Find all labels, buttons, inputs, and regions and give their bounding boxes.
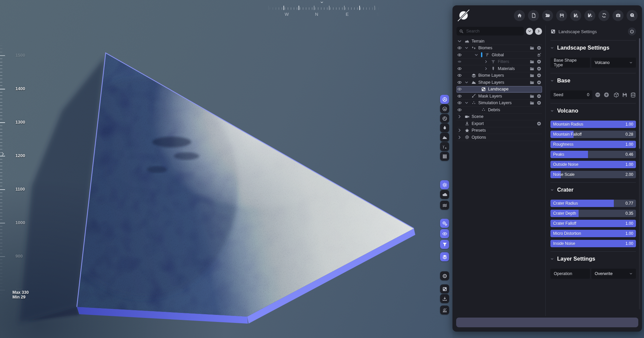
filter-tool-button[interactable]	[440, 240, 449, 249]
compass-bar[interactable]: W N E S	[267, 1, 381, 17]
screenshot-button[interactable]	[612, 10, 624, 21]
settings-scrollbar[interactable]	[639, 38, 640, 310]
slider-mountain-radius[interactable]: Mountain Radius1.00	[550, 121, 636, 128]
expand-left-panel-button[interactable]	[0, 151, 5, 156]
panel-resize-handle[interactable]	[450, 288, 452, 294]
tree-item-debris[interactable]: Debris	[457, 107, 542, 114]
add-layer-button[interactable]	[537, 121, 541, 126]
seed-input[interactable]: Seed 0	[550, 90, 592, 99]
tree-item-scene[interactable]: Scene	[457, 114, 542, 121]
mountain-tool-button[interactable]	[440, 133, 449, 142]
visibility-toggle-eye-icon[interactable]	[457, 73, 462, 78]
seed-decrement-button[interactable]	[595, 92, 601, 98]
chevron-down-icon[interactable]	[465, 80, 469, 84]
tree-item-landscape[interactable]: Landscape	[457, 86, 542, 93]
home-button[interactable]	[514, 10, 525, 21]
slider-crater-falloff[interactable]: Crater Falloff1.00	[550, 220, 636, 227]
tree-item-options[interactable]: Options	[457, 134, 542, 141]
save-button[interactable]	[556, 10, 567, 21]
expand-tree-button[interactable]	[535, 28, 542, 35]
tree-item-presets[interactable]: Presets	[457, 127, 542, 134]
folder-icon[interactable]	[530, 100, 534, 105]
tree-chevron-right-icon[interactable]	[457, 128, 462, 133]
layer-enable-button[interactable]	[628, 27, 636, 36]
add-layer-button[interactable]	[537, 59, 541, 64]
add-layer-button[interactable]	[537, 66, 541, 71]
sun-tool-button[interactable]	[440, 180, 449, 189]
tree-item-simulation-layers[interactable]: Simulation Layers	[457, 100, 542, 107]
layers-tool-button[interactable]	[440, 252, 449, 261]
section-base[interactable]: Base	[550, 77, 636, 84]
folder-icon[interactable]	[530, 73, 534, 78]
visibility-toggle-eye-icon[interactable]	[457, 80, 462, 85]
chevron-down-icon[interactable]	[465, 101, 469, 105]
visibility-toggle-eye-icon[interactable]	[457, 53, 462, 57]
visibility-toggle-eye-off-icon[interactable]	[457, 59, 462, 64]
record-tool-button[interactable]	[440, 271, 449, 280]
cloud-tool-button[interactable]	[440, 190, 449, 199]
folder-icon[interactable]	[530, 66, 534, 71]
visibility-toggle-eye-icon[interactable]	[457, 108, 462, 112]
stats-tool-button[interactable]	[440, 306, 449, 315]
seed-save-button[interactable]	[622, 92, 628, 98]
section-volcano[interactable]: Volcano	[550, 108, 636, 114]
tree-item-filters[interactable]: Filters	[457, 59, 542, 66]
tree-item-mask-layers[interactable]: Mask Layers	[457, 93, 542, 100]
help-button[interactable]: ?	[627, 10, 638, 21]
add-layer-button[interactable]	[537, 94, 541, 98]
grid-tool-button[interactable]	[440, 152, 449, 161]
add-layer-button[interactable]	[537, 100, 541, 105]
tree-item-terrain[interactable]: Terrain	[457, 38, 542, 45]
visibility-toggle-eye-icon[interactable]	[457, 46, 462, 50]
slider-micro-distortion[interactable]: Micro Distortion1.00	[550, 230, 636, 237]
slider-inside-noise[interactable]: Inside Noise1.00	[550, 240, 636, 247]
tree-item-biomes[interactable]: Biomes	[457, 45, 542, 52]
base-shape-type-select[interactable]: Volcano	[591, 58, 636, 68]
collapse-all-button[interactable]	[526, 28, 533, 35]
slider-crater-depth[interactable]: Crater Depth0.35	[550, 210, 636, 217]
folder-icon[interactable]	[530, 59, 534, 64]
slider-peaks[interactable]: Peaks0.46	[550, 151, 636, 158]
slider-noise-scale[interactable]: Noise Scale2.00	[550, 171, 636, 178]
save-as-button[interactable]	[570, 10, 581, 21]
search-field[interactable]	[466, 28, 521, 34]
slider-crater-radius[interactable]: Crater Radius0.77	[550, 200, 636, 207]
export-image-tool-button[interactable]	[440, 294, 449, 303]
seed-increment-button[interactable]	[603, 92, 610, 98]
seed-presets-button[interactable]	[630, 92, 636, 98]
slider-mountain-falloff[interactable]: Mountain Falloff0.28	[550, 131, 636, 138]
visibility-toggle-eye-icon[interactable]	[457, 87, 462, 91]
image-tool-button[interactable]	[440, 284, 449, 293]
chevron-down-icon[interactable]	[465, 46, 469, 50]
planet-wheel-tool-button[interactable]	[440, 95, 449, 104]
terrain-render[interactable]	[0, 0, 452, 338]
crater-view-tool-button[interactable]	[440, 104, 449, 113]
save-edit-button[interactable]	[584, 10, 595, 21]
slider-outside-noise[interactable]: Outside Noise1.00	[550, 161, 636, 168]
eye-tool-button[interactable]	[440, 229, 449, 238]
chevron-right-icon[interactable]	[484, 60, 488, 64]
folder-icon[interactable]	[530, 46, 534, 50]
seed-randomize-button[interactable]	[613, 92, 619, 98]
tree-chevron-right-icon[interactable]	[457, 114, 462, 119]
add-layer-button[interactable]	[537, 46, 541, 50]
folder-icon[interactable]	[530, 80, 534, 85]
section-layer-settings[interactable]: Layer Settings	[550, 256, 636, 262]
gears-tool-button[interactable]	[440, 219, 449, 228]
tree-chevron-down-icon[interactable]	[457, 39, 462, 44]
chevron-right-icon[interactable]	[484, 67, 488, 71]
tree-item-materials[interactable]: Materials	[457, 65, 542, 72]
water-tool-button[interactable]	[440, 201, 449, 210]
new-file-button[interactable]	[528, 10, 539, 21]
tree-chevron-right-icon[interactable]	[457, 135, 462, 140]
search-input[interactable]	[457, 27, 524, 36]
ring-view-tool-button[interactable]	[440, 114, 449, 123]
visibility-toggle-eye-icon[interactable]	[457, 94, 462, 98]
section-crater[interactable]: Crater	[550, 187, 636, 193]
island-tool-button[interactable]	[440, 142, 449, 151]
section-landscape-settings[interactable]: Landscape Settings	[550, 45, 636, 51]
add-layer-button[interactable]	[537, 80, 541, 85]
tree-item-shape-layers[interactable]: Shape Layers	[457, 79, 542, 86]
tree-item-biome-layers[interactable]: Biome Layers	[457, 72, 542, 79]
folder-icon[interactable]	[530, 94, 534, 98]
